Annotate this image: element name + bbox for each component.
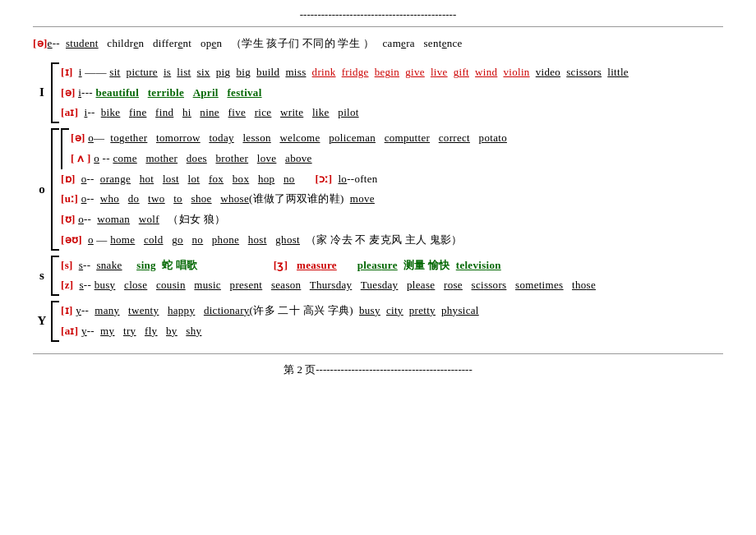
section-O: o [ə] o— together tomorrow today lesson … [33, 128, 723, 251]
word-different: different [153, 37, 191, 49]
row-o-long-u: [uː] o-- who do two to shoe whose(谁做了两双谁… [61, 189, 723, 210]
word-sentence: sentence [424, 37, 463, 49]
main-page: ----------------------------------------… [0, 0, 756, 385]
bracket-s [51, 256, 59, 297]
e-connector: e [48, 37, 53, 49]
row-o-caret: [ ʌ ] o -- come mother does brother love… [71, 149, 723, 169]
section-Y: Y [ɪ] y-- many twenty happy dictionary(许… [33, 301, 723, 342]
chinese-students: （学生 孩子们 不同的 学生 ） [231, 37, 374, 49]
section-I: I [ɪ] i —— sit picture is list six pig b… [33, 62, 723, 123]
word-children: children [107, 37, 144, 49]
rows-Y: [ɪ] y-- many twenty happy dictionary(许多 … [61, 301, 723, 342]
top-dashes: ----------------------------------------… [33, 8, 723, 21]
top-divider [33, 26, 723, 27]
word-camera: camera [383, 37, 415, 49]
rows-o: [ə] o— together tomorrow today lesson we… [61, 128, 723, 251]
label-I: I [33, 62, 51, 123]
row-o-diphthong: [əʊ] o — home cold go no phone host ghos… [61, 230, 723, 251]
o-sub-group-1: [ə] o— together tomorrow today lesson we… [61, 128, 723, 169]
section-S: s [s] s-- snake sing 蛇 唱歌 [ʒ] measure pl… [33, 256, 723, 297]
bottom-page-label: 第 2 页-----------------------------------… [33, 362, 723, 377]
row-o-short: [ɒ] o-- orange hot lost lot fox box hop … [61, 169, 723, 190]
bottom-divider [33, 353, 723, 354]
bracket-Y [51, 301, 59, 342]
top-phonetic-row: [ə]e-- student children different open （… [33, 34, 723, 54]
row-s-z: [z] s-- busy close cousin music present … [61, 275, 723, 296]
label-s: s [33, 256, 51, 297]
row-Y-long-i: [aɪ] y-- my try fly by shy [61, 321, 723, 342]
word-student: student [66, 37, 99, 49]
sub-bracket-1 [61, 128, 69, 169]
row-I-short-i: [ɪ] i —— sit picture is list six pig big… [61, 62, 723, 83]
o-sub-rows-1: [ə] o— together tomorrow today lesson we… [71, 128, 723, 169]
bracket-o [51, 128, 59, 251]
row-s-voiced: [s] s-- snake sing 蛇 唱歌 [ʒ] measure plea… [61, 256, 723, 276]
row-Y-short-i: [ɪ] y-- many twenty happy dictionary(许多 … [61, 301, 723, 321]
label-Y: Y [33, 301, 51, 342]
row-I-schwa: [ə] i--- beautiful terrible April festiv… [61, 83, 723, 104]
phonetic-schwa-e: [ə] [33, 37, 48, 49]
row-I-long-i: [aɪ] i-- bike fine find hi nine five ric… [61, 103, 723, 123]
row-o-schwa: [ə] o— together tomorrow today lesson we… [71, 128, 723, 149]
row-o-short-u: [ʊ] o-- woman wolf （妇女 狼） [61, 210, 723, 230]
rows-s: [s] s-- snake sing 蛇 唱歌 [ʒ] measure plea… [61, 256, 723, 297]
bracket-I [51, 62, 59, 123]
rows-I: [ɪ] i —— sit picture is list six pig big… [61, 62, 723, 123]
word-open: open [201, 37, 223, 49]
label-o: o [33, 128, 51, 251]
